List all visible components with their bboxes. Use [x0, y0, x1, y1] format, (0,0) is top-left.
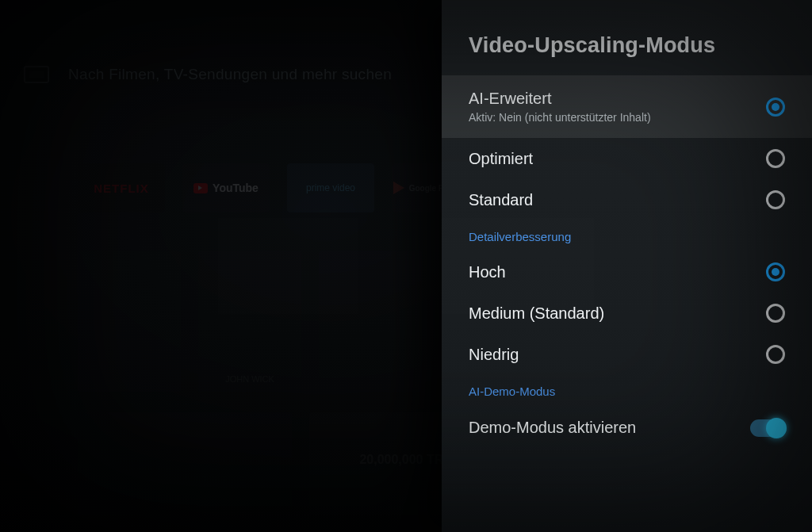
option-niedrig[interactable]: Niedrig — [442, 334, 812, 375]
radio-icon — [766, 345, 785, 364]
switch-icon — [750, 419, 785, 437]
radio-icon — [766, 304, 785, 323]
settings-panel: Video-Upscaling-Modus AI-Erweitert Aktiv… — [442, 0, 812, 532]
radio-icon — [766, 190, 785, 209]
option-hoch[interactable]: Hoch — [442, 251, 812, 293]
radio-icon — [766, 262, 785, 281]
option-label: Hoch — [469, 263, 506, 281]
option-sublabel: Aktiv: Nein (nicht unterstützter Inhalt) — [469, 111, 651, 124]
option-optimiert[interactable]: Optimiert — [442, 138, 812, 179]
option-label: Niedrig — [469, 346, 519, 364]
section-header-detail: Detailverbesserung — [442, 220, 812, 251]
option-label: AI-Erweitert — [469, 90, 651, 108]
toggle-label: Demo-Modus aktivieren — [469, 419, 636, 437]
option-standard[interactable]: Standard — [442, 179, 812, 220]
toggle-demo-modus[interactable]: Demo-Modus aktivieren — [442, 406, 812, 450]
option-label: Standard — [469, 191, 533, 209]
panel-title: Video-Upscaling-Modus — [442, 0, 812, 75]
option-medium[interactable]: Medium (Standard) — [442, 293, 812, 334]
radio-icon — [766, 98, 785, 117]
option-ai-erweitert[interactable]: AI-Erweitert Aktiv: Nein (nicht unterstü… — [442, 75, 812, 138]
option-label: Optimiert — [469, 150, 533, 168]
tv-screen: Nach Filmen, TV-Sendungen und mehr suche… — [0, 0, 812, 532]
option-label: Medium (Standard) — [469, 304, 604, 323]
radio-icon — [766, 149, 785, 168]
section-header-demo: AI-Demo-Modus — [442, 375, 812, 406]
